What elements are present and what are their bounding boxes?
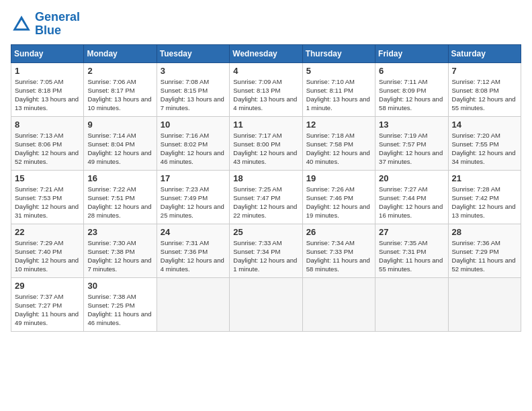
daylight-text: Daylight: 12 hours and 7 minutes. (87, 257, 151, 273)
cell-details: Sunrise: 7:09 AMSunset: 8:13 PMDaylight:… (233, 77, 298, 113)
cell-details: Sunrise: 7:38 AMSunset: 7:25 PMDaylight:… (87, 292, 152, 328)
week-row-2: 8Sunrise: 7:13 AMSunset: 8:06 PMDaylight… (11, 116, 521, 170)
sunrise-text: Sunrise: 7:14 AM (87, 132, 136, 139)
cell-details: Sunrise: 7:13 AMSunset: 8:06 PMDaylight:… (15, 131, 80, 167)
sunset-text: Sunset: 8:09 PM (379, 87, 426, 94)
daylight-text: Daylight: 13 hours and 13 minutes. (15, 95, 79, 111)
calendar-cell: 17Sunrise: 7:23 AMSunset: 7:49 PMDayligh… (157, 170, 229, 224)
day-number: 23 (87, 227, 152, 237)
calendar-cell: 7Sunrise: 7:12 AMSunset: 8:08 PMDaylight… (448, 62, 521, 116)
cell-details: Sunrise: 7:26 AMSunset: 7:46 PMDaylight:… (306, 185, 371, 220)
cell-details: Sunrise: 7:12 AMSunset: 8:08 PMDaylight:… (452, 77, 517, 113)
day-number: 18 (233, 173, 298, 183)
day-header-friday: Friday (375, 44, 448, 62)
daylight-text: Daylight: 12 hours and 58 minutes. (379, 95, 443, 111)
day-number: 11 (233, 120, 298, 130)
calendar-cell: 15Sunrise: 7:21 AMSunset: 7:53 PMDayligh… (11, 170, 84, 224)
sunset-text: Sunset: 8:13 PM (233, 87, 280, 94)
sunrise-text: Sunrise: 7:25 AM (233, 185, 281, 193)
sunset-text: Sunset: 7:53 PM (15, 194, 62, 201)
cell-details: Sunrise: 7:06 AMSunset: 8:17 PMDaylight:… (87, 77, 152, 113)
logo-text: General Blue (35, 11, 80, 38)
sunset-text: Sunset: 7:40 PM (15, 248, 62, 255)
sunset-text: Sunset: 8:11 PM (306, 87, 353, 94)
day-number: 14 (452, 120, 517, 130)
week-row-1: 1Sunrise: 7:05 AMSunset: 8:18 PMDaylight… (11, 62, 521, 116)
day-number: 17 (161, 173, 226, 183)
cell-details: Sunrise: 7:11 AMSunset: 8:09 PMDaylight:… (379, 77, 444, 113)
cell-details: Sunrise: 7:16 AMSunset: 8:02 PMDaylight:… (161, 131, 226, 167)
cell-details: Sunrise: 7:17 AMSunset: 8:00 PMDaylight:… (233, 131, 298, 167)
sunset-text: Sunset: 8:08 PM (452, 87, 499, 94)
daylight-text: Daylight: 12 hours and 22 minutes. (233, 203, 297, 219)
calendar-cell: 10Sunrise: 7:16 AMSunset: 8:02 PMDayligh… (157, 116, 229, 170)
sunrise-text: Sunrise: 7:13 AM (15, 132, 63, 139)
sunrise-text: Sunrise: 7:18 AM (306, 132, 355, 139)
day-number: 20 (379, 173, 444, 183)
cell-details: Sunrise: 7:36 AMSunset: 7:29 PMDaylight:… (452, 238, 517, 274)
day-header-wednesday: Wednesday (230, 44, 302, 62)
calendar-cell: 22Sunrise: 7:29 AMSunset: 7:40 PMDayligh… (11, 224, 84, 277)
calendar-cell: 27Sunrise: 7:35 AMSunset: 7:31 PMDayligh… (375, 224, 448, 277)
sunset-text: Sunset: 7:55 PM (452, 140, 499, 148)
day-number: 12 (306, 120, 371, 130)
calendar-cell: 12Sunrise: 7:18 AMSunset: 7:58 PMDayligh… (302, 116, 375, 170)
calendar-cell: 3Sunrise: 7:08 AMSunset: 8:15 PMDaylight… (157, 62, 229, 116)
calendar-cell (230, 277, 302, 331)
cell-details: Sunrise: 7:28 AMSunset: 7:42 PMDaylight:… (452, 185, 517, 220)
sunset-text: Sunset: 8:17 PM (87, 87, 134, 94)
header-row: SundayMondayTuesdayWednesdayThursdayFrid… (11, 44, 521, 62)
daylight-text: Daylight: 11 hours and 52 minutes. (452, 257, 516, 273)
calendar-cell (375, 277, 448, 331)
day-number: 9 (87, 120, 152, 130)
sunset-text: Sunset: 7:44 PM (379, 194, 426, 201)
daylight-text: Daylight: 11 hours and 58 minutes. (306, 257, 370, 273)
daylight-text: Daylight: 13 hours and 1 minute. (306, 95, 370, 111)
sunset-text: Sunset: 7:29 PM (452, 248, 499, 255)
cell-details: Sunrise: 7:34 AMSunset: 7:33 PMDaylight:… (306, 238, 371, 274)
cell-details: Sunrise: 7:23 AMSunset: 7:49 PMDaylight:… (161, 185, 226, 220)
calendar-cell: 23Sunrise: 7:30 AMSunset: 7:38 PMDayligh… (84, 224, 157, 277)
sunrise-text: Sunrise: 7:12 AM (452, 78, 500, 85)
daylight-text: Daylight: 13 hours and 7 minutes. (161, 95, 224, 111)
daylight-text: Daylight: 12 hours and 52 minutes. (15, 149, 79, 165)
day-number: 4 (233, 66, 298, 76)
day-number: 6 (379, 66, 444, 76)
sunset-text: Sunset: 7:33 PM (306, 248, 353, 255)
sunset-text: Sunset: 8:00 PM (233, 140, 280, 148)
sunset-text: Sunset: 7:46 PM (306, 194, 353, 201)
sunrise-text: Sunrise: 7:22 AM (87, 185, 136, 193)
day-number: 15 (15, 173, 80, 183)
daylight-text: Daylight: 12 hours and 34 minutes. (452, 149, 516, 165)
day-number: 19 (306, 173, 371, 183)
day-number: 16 (87, 173, 152, 183)
calendar-cell: 9Sunrise: 7:14 AMSunset: 8:04 PMDaylight… (84, 116, 157, 170)
day-number: 7 (452, 66, 517, 76)
calendar-cell: 4Sunrise: 7:09 AMSunset: 8:13 PMDaylight… (230, 62, 302, 116)
daylight-text: Daylight: 12 hours and 43 minutes. (233, 149, 297, 165)
calendar-cell: 26Sunrise: 7:34 AMSunset: 7:33 PMDayligh… (302, 224, 375, 277)
calendar-cell: 8Sunrise: 7:13 AMSunset: 8:06 PMDaylight… (11, 116, 84, 170)
calendar-cell: 18Sunrise: 7:25 AMSunset: 7:47 PMDayligh… (230, 170, 302, 224)
cell-details: Sunrise: 7:14 AMSunset: 8:04 PMDaylight:… (87, 131, 152, 167)
cell-details: Sunrise: 7:27 AMSunset: 7:44 PMDaylight:… (379, 185, 444, 220)
day-number: 25 (233, 227, 298, 237)
week-row-5: 29Sunrise: 7:37 AMSunset: 7:27 PMDayligh… (11, 277, 521, 331)
sunset-text: Sunset: 8:15 PM (161, 87, 208, 94)
day-number: 3 (161, 66, 226, 76)
week-row-4: 22Sunrise: 7:29 AMSunset: 7:40 PMDayligh… (11, 224, 521, 277)
sunrise-text: Sunrise: 7:10 AM (306, 78, 355, 85)
sunrise-text: Sunrise: 7:37 AM (15, 293, 63, 300)
calendar-table: SundayMondayTuesdayWednesdayThursdayFrid… (11, 44, 521, 332)
daylight-text: Daylight: 12 hours and 49 minutes. (87, 149, 151, 165)
cell-details: Sunrise: 7:29 AMSunset: 7:40 PMDaylight:… (15, 238, 80, 274)
calendar-cell: 5Sunrise: 7:10 AMSunset: 8:11 PMDaylight… (302, 62, 375, 116)
sunrise-text: Sunrise: 7:23 AM (161, 185, 209, 193)
cell-details: Sunrise: 7:33 AMSunset: 7:34 PMDaylight:… (233, 238, 298, 274)
sunset-text: Sunset: 8:04 PM (87, 140, 134, 148)
sunset-text: Sunset: 8:06 PM (15, 140, 62, 148)
sunset-text: Sunset: 7:49 PM (161, 194, 208, 201)
cell-details: Sunrise: 7:37 AMSunset: 7:27 PMDaylight:… (15, 292, 80, 328)
sunset-text: Sunset: 8:02 PM (161, 140, 208, 148)
calendar-cell: 14Sunrise: 7:20 AMSunset: 7:55 PMDayligh… (448, 116, 521, 170)
